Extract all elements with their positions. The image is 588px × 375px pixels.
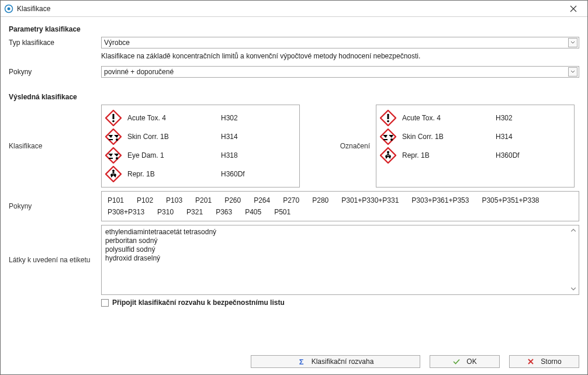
instructions-label: Pokyny [9, 68, 101, 76]
window-title: Klasifikace [17, 5, 562, 13]
type-hint: Klasifikace na základě koncentračních li… [101, 51, 579, 64]
classification-item: Eye Dam. 1H318 [105, 146, 295, 165]
app-icon [4, 4, 13, 13]
svg-point-20 [387, 151, 389, 154]
p-code: P303+P361+P353 [411, 196, 469, 204]
type-row: Typ klasifikace Výrobce [9, 37, 579, 48]
classification-row: Klasifikace Acute Tox. 4H302Skin Corr. 1… [9, 105, 579, 188]
classification-name: Acute Tox. 4 [127, 114, 221, 122]
close-button[interactable] [562, 1, 585, 16]
pcodes-row: Pokyny P101P102P103P201P260P264P270P280P… [9, 191, 579, 221]
cancel-button[interactable]: Storno [509, 355, 579, 368]
attach-checkbox[interactable] [101, 299, 109, 307]
p-code: P321 [186, 208, 203, 216]
svg-rect-9 [109, 158, 113, 159]
p-code: P405 [245, 208, 261, 216]
classification-code: H302 [221, 114, 295, 122]
p-code: P260 [224, 196, 241, 204]
classification-item: Repr. 1BH360Df [105, 165, 295, 183]
sigma-icon: Σ [298, 357, 306, 366]
chevron-down-icon [568, 67, 577, 77]
p-code: P280 [312, 196, 328, 204]
dialog-window: Klasifikace Parametry klasifikace Typ kl… [0, 0, 588, 375]
ghs-exclam-icon [380, 110, 396, 126]
type-combo[interactable]: Výrobce [101, 37, 579, 48]
substance-line: polysulfid sodný [105, 245, 568, 254]
chevron-up-icon [569, 227, 577, 235]
ok-button-label: OK [466, 357, 476, 366]
params-section-title: Parametry klasifikace [9, 25, 579, 33]
p-code: P264 [254, 196, 270, 204]
svg-point-18 [390, 138, 393, 141]
p-code: P101 [108, 196, 124, 204]
scrollbar[interactable] [569, 227, 577, 293]
p-code: P305+P351+P338 [482, 196, 539, 204]
chevron-down-icon [568, 38, 577, 47]
classification-code: H302 [496, 114, 569, 122]
ok-button[interactable]: OK [430, 355, 500, 368]
ghs-corr-icon [105, 147, 122, 164]
p-code: P363 [216, 208, 232, 216]
ghs-health-icon [380, 147, 396, 164]
cancel-button-label: Storno [541, 357, 561, 366]
classification-item: Skin Corr. 1BH314 [380, 127, 569, 146]
svg-rect-6 [109, 139, 113, 140]
reasoning-button[interactable]: Σ Klasifikační rozvaha [251, 355, 420, 368]
pcodes-box: P101P102P103P201P260P264P270P280P301+P33… [101, 191, 579, 221]
type-label: Typ klasifikace [9, 39, 101, 47]
x-icon [527, 357, 535, 366]
labelling-label: Označení [300, 105, 376, 188]
classification-item: Acute Tox. 4H302 [105, 109, 295, 127]
substance-line: perboritan sodný [105, 237, 568, 245]
classification-label: Klasifikace [9, 105, 101, 188]
svg-point-15 [387, 120, 389, 123]
p-code: P501 [274, 208, 290, 216]
classification-name: Skin Corr. 1B [127, 133, 221, 141]
footer: Σ Klasifikační rozvaha OK Storno [1, 349, 587, 374]
classification-name: Eye Dam. 1 [127, 151, 221, 159]
svg-rect-17 [383, 139, 388, 140]
substances-list: ethylendiamintetraacetát tetrasodnýperbo… [105, 228, 568, 263]
svg-point-7 [116, 138, 118, 141]
p-code: P103 [166, 196, 182, 204]
classification-code: H318 [221, 151, 295, 159]
pcodes-label: Pokyny [9, 191, 101, 221]
classification-name: Skin Corr. 1B [402, 133, 496, 141]
substances-row: Látky k uvedení na etiketu ethylendiamin… [9, 225, 579, 295]
substances-box: ethylendiamintetraacetát tetrasodnýperbo… [101, 225, 579, 295]
p-code: P308+P313 [108, 208, 144, 216]
ghs-corr-icon [105, 129, 122, 145]
p-code: P301+P330+P331 [341, 196, 399, 204]
classification-name: Repr. 1B [127, 170, 221, 178]
reasoning-button-label: Klasifikační rozvaha [312, 357, 374, 366]
classification-item: Skin Corr. 1BH314 [105, 127, 295, 146]
instructions-combo-text: povinné + doporučené [104, 68, 568, 76]
classification-code: H360Df [496, 151, 569, 159]
svg-point-1 [8, 7, 11, 10]
svg-rect-3 [113, 114, 115, 119]
svg-point-12 [112, 170, 115, 172]
classification-box: Acute Tox. 4H302Skin Corr. 1BH314Eye Dam… [101, 105, 300, 188]
classification-name: Acute Tox. 4 [402, 114, 496, 122]
classification-item: Acute Tox. 4H302 [380, 109, 569, 127]
titlebar: Klasifikace [1, 1, 587, 17]
classification-code: H314 [496, 133, 569, 141]
svg-marker-8 [106, 148, 121, 163]
content-area: Parametry klasifikace Typ klasifikace Vý… [1, 17, 587, 349]
instructions-combo[interactable]: povinné + doporučené [101, 66, 579, 78]
svg-point-10 [116, 157, 118, 159]
substance-line: hydroxid draselný [105, 254, 568, 263]
ghs-exclam-icon [105, 110, 122, 126]
classification-code: H314 [221, 133, 295, 141]
p-code: P310 [157, 208, 174, 216]
results-section-title: Výsledná klasifikace [9, 93, 579, 101]
type-hint-row: Klasifikace na základě koncentračních li… [9, 51, 579, 64]
close-icon [570, 5, 577, 12]
ghs-health-icon [105, 166, 122, 182]
ghs-corr-icon [380, 129, 396, 145]
type-combo-text: Výrobce [104, 39, 568, 47]
p-code: P102 [137, 196, 153, 204]
classification-name: Repr. 1B [402, 151, 496, 159]
classification-code: H360Df [221, 170, 295, 178]
instructions-row: Pokyny povinné + doporučené [9, 66, 579, 78]
